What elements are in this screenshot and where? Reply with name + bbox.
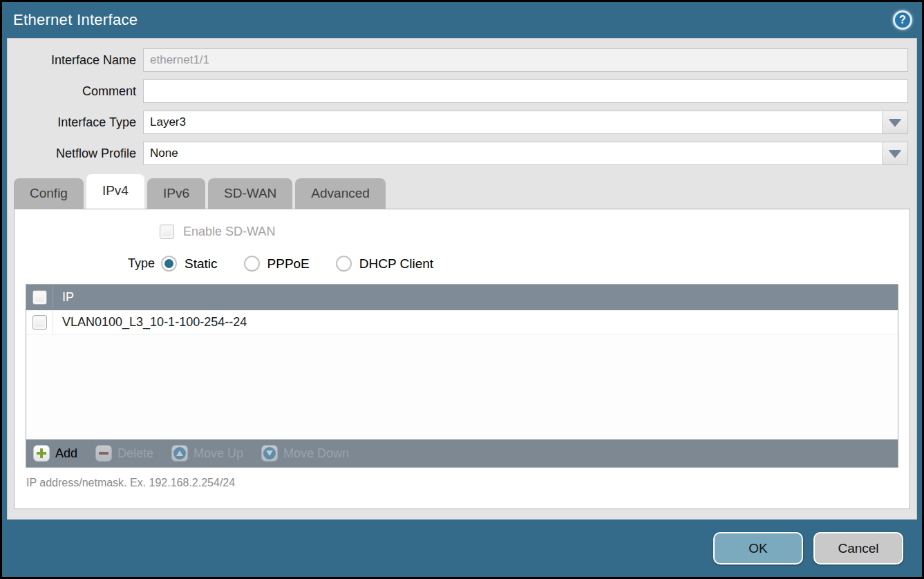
dialog-body: Interface Name Comment Interface Type La…: [7, 38, 917, 520]
form-row-comment: Comment: [8, 79, 908, 103]
ok-button[interactable]: OK: [713, 532, 803, 564]
radio-static[interactable]: Static: [161, 256, 218, 272]
tab-sdwan[interactable]: SD-WAN: [208, 178, 292, 209]
radio-static-label: Static: [185, 256, 218, 272]
radio-icon[interactable]: [244, 256, 260, 272]
enable-sdwan-row: Enable SD-WAN: [160, 225, 909, 239]
tab-ipv6[interactable]: IPv6: [147, 178, 205, 209]
form-row-interface-name: Interface Name: [8, 48, 908, 72]
netflow-profile-select[interactable]: None: [143, 142, 908, 165]
ethernet-interface-dialog: Ethernet Interface ? Interface Name Comm…: [0, 0, 924, 579]
header-checkbox-cell: [26, 285, 53, 310]
radio-icon[interactable]: [161, 256, 177, 272]
radio-dhcp-client-label: DHCP Client: [359, 256, 433, 272]
ip-cell-value: VLAN0100_L3_10-1-100-254--24: [53, 315, 247, 330]
tab-bar: Config IPv4 IPv6 SD-WAN Advanced: [8, 174, 916, 209]
minus-icon: [95, 445, 112, 462]
table-empty-area: [26, 335, 898, 439]
delete-button-label: Delete: [117, 446, 153, 461]
row-checkbox[interactable]: [32, 315, 47, 330]
enable-sdwan-label: Enable SD-WAN: [183, 225, 275, 239]
comment-label: Comment: [8, 84, 143, 99]
row-checkbox-cell: [26, 310, 53, 334]
radio-dhcp-client[interactable]: DHCP Client: [336, 256, 433, 272]
table-row[interactable]: VLAN0100_L3_10-1-100-254--24: [26, 310, 898, 335]
ipv4-tab-panel: Enable SD-WAN Type Static PPPoE DHCP Cli…: [14, 209, 910, 509]
move-up-button[interactable]: Move Up: [171, 445, 243, 462]
chevron-down-icon: [889, 119, 901, 126]
tab-advanced[interactable]: Advanced: [295, 178, 386, 209]
netflow-profile-value: None: [144, 142, 882, 164]
tab-ipv4[interactable]: IPv4: [86, 174, 144, 209]
move-up-button-label: Move Up: [194, 446, 243, 461]
table-header-row: IP: [26, 285, 898, 310]
move-down-button[interactable]: Move Down: [261, 445, 349, 462]
select-all-checkbox[interactable]: [32, 290, 47, 305]
delete-button[interactable]: Delete: [95, 445, 153, 462]
add-button[interactable]: Add: [33, 445, 77, 462]
add-button-label: Add: [55, 446, 77, 461]
form-row-interface-type: Interface Type Layer3: [8, 111, 908, 134]
plus-icon: [33, 445, 50, 462]
ip-netmask-hint: IP address/netmask. Ex. 192.168.2.254/24: [26, 477, 909, 489]
interface-name-field: [143, 48, 908, 72]
interface-name-label: Interface Name: [8, 53, 143, 68]
cancel-button[interactable]: Cancel: [813, 532, 903, 564]
move-down-button-label: Move Down: [283, 446, 349, 461]
interface-type-value: Layer3: [144, 111, 882, 133]
radio-pppoe-label: PPPoE: [267, 256, 310, 272]
dialog-titlebar: Ethernet Interface ?: [2, 2, 922, 38]
radio-icon[interactable]: [336, 256, 352, 272]
dialog-title: Ethernet Interface: [13, 11, 138, 29]
interface-type-dropdown-button[interactable]: [882, 111, 907, 133]
enable-sdwan-checkbox[interactable]: [160, 225, 174, 239]
type-label: Type: [15, 256, 161, 271]
form-row-netflow-profile: Netflow Profile None: [8, 142, 908, 165]
interface-type-label: Interface Type: [8, 115, 143, 130]
arrow-down-icon: [261, 445, 278, 462]
comment-field[interactable]: [143, 79, 908, 103]
panel-bottom-spacer: [8, 509, 916, 519]
interface-type-select[interactable]: Layer3: [143, 111, 908, 134]
netflow-profile-label: Netflow Profile: [8, 146, 143, 161]
dialog-footer: OK Cancel: [2, 520, 922, 577]
radio-pppoe[interactable]: PPPoE: [244, 256, 310, 272]
chevron-down-icon: [889, 150, 901, 158]
ip-address-table: IP VLAN0100_L3_10-1-100-254--24 Add: [26, 284, 898, 468]
tab-config[interactable]: Config: [14, 178, 84, 209]
netflow-profile-dropdown-button[interactable]: [882, 142, 907, 164]
type-radio-row: Type Static PPPoE DHCP Client: [15, 256, 909, 272]
arrow-up-icon: [171, 445, 188, 462]
help-icon[interactable]: ?: [893, 10, 912, 30]
ip-column-header: IP: [53, 290, 74, 305]
table-toolbar: Add Delete Move Up Move Down: [26, 439, 898, 467]
